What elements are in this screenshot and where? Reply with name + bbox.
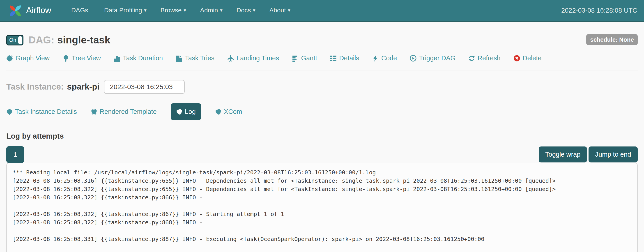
- starburst-icon: [6, 109, 13, 115]
- task-instance-tabs: Task Instance Details Rendered Template …: [6, 103, 638, 120]
- toggle-on-label: On: [9, 37, 16, 43]
- nav-item-label: Browse: [160, 7, 182, 14]
- tab-label: Rendered Template: [100, 108, 157, 116]
- link-label: Graph View: [16, 54, 50, 62]
- link-graph-view[interactable]: Graph View: [6, 54, 50, 62]
- chevron-down-icon: ▾: [253, 7, 256, 13]
- link-refresh[interactable]: Refresh: [468, 54, 500, 62]
- link-tree-view[interactable]: Tree View: [62, 54, 101, 62]
- log-line: [2022-03-08 16:25:08,322] {{taskinstance…: [13, 218, 631, 227]
- chevron-down-icon: ▾: [288, 7, 290, 13]
- play-circle-icon: [410, 55, 416, 62]
- tab-log[interactable]: Log: [171, 103, 201, 120]
- link-label: Delete: [523, 54, 542, 62]
- tab-label: XCom: [224, 108, 242, 116]
- airflow-brand[interactable]: Airflow: [7, 2, 51, 19]
- nav-item-about[interactable]: About ▾: [262, 7, 298, 14]
- log-line: [2022-03-08 16:25:08,316] {{taskinstance…: [13, 177, 631, 185]
- plane-icon: [227, 55, 234, 62]
- tree-icon: [62, 55, 69, 62]
- nav-item-browse[interactable]: Browse ▾: [154, 7, 193, 14]
- link-delete[interactable]: Delete: [514, 54, 542, 62]
- task-instance-label: Task Instance:: [6, 82, 64, 92]
- link-label: Gantt: [301, 54, 317, 62]
- airflow-pinwheel-logo: [7, 2, 24, 19]
- nav-item-label: Docs: [236, 7, 251, 14]
- top-navbar: Airflow DAGs Data Profiling ▾ Browse ▾ A…: [0, 0, 644, 22]
- log-line: [2022-03-08 16:25:08,322] {{taskinstance…: [13, 193, 631, 202]
- link-label: Refresh: [478, 54, 500, 62]
- link-label: Tree View: [72, 54, 101, 62]
- task-instance-name: spark-pi: [67, 82, 100, 92]
- dag-view-links: Graph View Tree View Task Duration Task …: [6, 54, 638, 62]
- utc-clock: 2022-03-08 16:28:08 UTC: [561, 7, 637, 14]
- link-gantt[interactable]: Gantt: [292, 54, 317, 62]
- tab-label: Task Instance Details: [15, 108, 77, 116]
- log-line: [2022-03-08 16:25:08,322] {{taskinstance…: [13, 185, 631, 193]
- nav-item-label: DAGs: [71, 7, 88, 14]
- toggle-wrap-button[interactable]: Toggle wrap: [539, 146, 587, 162]
- dag-name: single-task: [57, 34, 110, 46]
- nav-menu: DAGs Data Profiling ▾ Browse ▾ Admin ▾ D…: [64, 7, 298, 14]
- dag-title-row: On DAG: single-task schedule: None: [6, 34, 638, 46]
- starburst-icon: [6, 55, 13, 62]
- starburst-icon: [176, 109, 182, 115]
- link-label: Trigger DAG: [419, 54, 456, 62]
- log-buttons: Toggle wrap Jump to end: [539, 146, 638, 161]
- tab-task-instance-details[interactable]: Task Instance Details: [6, 108, 77, 116]
- bolt-icon: [372, 55, 379, 62]
- starburst-icon: [215, 109, 222, 115]
- tab-rendered-template[interactable]: Rendered Template: [91, 108, 157, 116]
- chevron-down-icon: ▾: [144, 7, 146, 13]
- link-label: Task Duration: [123, 54, 163, 62]
- log-line: ----------------------------------------…: [13, 227, 631, 235]
- nav-item-data-profiling[interactable]: Data Profiling ▾: [97, 7, 154, 14]
- chevron-down-icon: ▾: [184, 7, 186, 13]
- main-content: On DAG: single-task schedule: None Graph…: [0, 34, 644, 252]
- log-line: [2022-03-08 16:25:08,322] {{taskinstance…: [13, 210, 631, 218]
- log-line: ----------------------------------------…: [13, 202, 631, 210]
- circle-x-icon: [514, 55, 520, 62]
- dag-pause-toggle[interactable]: On: [6, 35, 24, 45]
- nav-item-label: Data Profiling: [104, 7, 142, 14]
- link-task-duration[interactable]: Task Duration: [114, 54, 163, 62]
- nav-item-label: About: [270, 7, 286, 14]
- refresh-icon: [468, 55, 475, 62]
- nav-item-admin[interactable]: Admin ▾: [193, 7, 229, 14]
- schedule-badge: schedule: None: [586, 34, 638, 45]
- list-icon: [330, 55, 337, 62]
- log-line: *** Reading local file: /usr/local/airfl…: [13, 168, 631, 177]
- nav-item-label: Admin: [200, 7, 218, 14]
- chevron-down-icon: ▾: [220, 7, 222, 13]
- task-instance-row: Task Instance: spark-pi: [6, 80, 638, 94]
- dag-prefix-label: DAG:: [28, 34, 54, 46]
- bar-chart-icon: [114, 55, 120, 62]
- tab-xcom[interactable]: XCom: [215, 108, 242, 116]
- link-landing-times[interactable]: Landing Times: [227, 54, 279, 62]
- brand-name: Airflow: [26, 6, 51, 15]
- nav-item-dags[interactable]: DAGs: [64, 7, 97, 14]
- log-line: [2022-03-08 16:25:08,331] {{taskinstance…: [13, 235, 631, 243]
- divider: [6, 70, 638, 70]
- execution-date-input[interactable]: [104, 80, 185, 94]
- link-details[interactable]: Details: [330, 54, 359, 62]
- toggle-handle: [18, 36, 22, 44]
- tab-label: Log: [185, 108, 196, 116]
- link-label: Details: [339, 54, 359, 62]
- attempt-1-tab[interactable]: 1: [6, 146, 24, 163]
- link-trigger-dag[interactable]: Trigger DAG: [410, 54, 456, 62]
- starburst-icon: [91, 109, 97, 115]
- log-output-box: *** Reading local file: /usr/local/airfl…: [6, 163, 638, 252]
- nav-item-docs[interactable]: Docs ▾: [230, 7, 262, 14]
- link-label: Landing Times: [236, 54, 279, 62]
- attempts-row: 1 Toggle wrap Jump to end: [6, 146, 638, 161]
- link-task-tries[interactable]: Task Tries: [176, 54, 214, 62]
- link-code[interactable]: Code: [372, 54, 397, 62]
- align-bars-icon: [292, 55, 298, 62]
- link-label: Code: [381, 54, 397, 62]
- link-label: Task Tries: [185, 54, 214, 62]
- log-by-attempts-heading: Log by attempts: [6, 132, 638, 140]
- page-chart-icon: [176, 55, 182, 62]
- jump-to-end-button[interactable]: Jump to end: [588, 146, 638, 162]
